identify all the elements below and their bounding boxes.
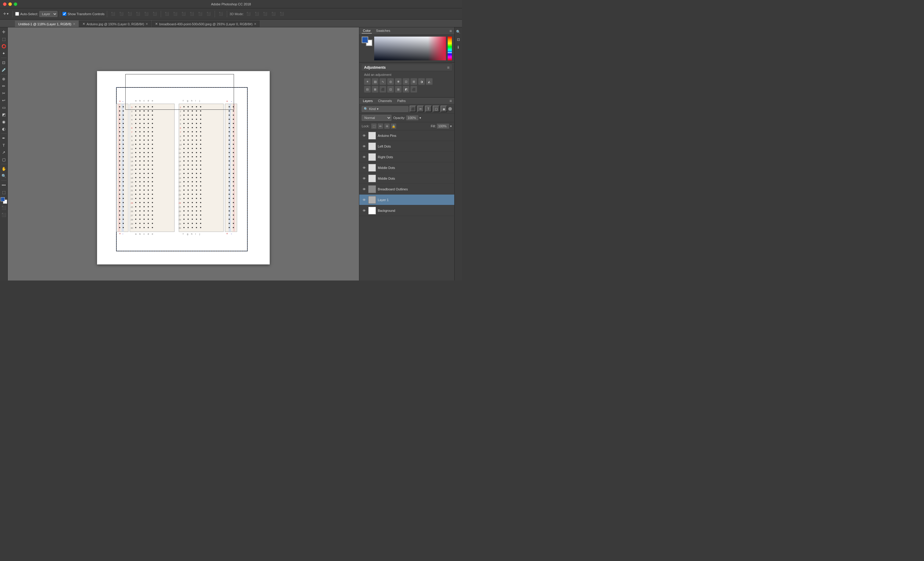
- color-panel-menu[interactable]: ≡: [450, 28, 452, 33]
- brush-tool[interactable]: ✏: [1, 83, 7, 89]
- blend-mode-dropdown[interactable]: Normal Dissolve Multiply Screen Overlay: [362, 115, 392, 121]
- pen-tool[interactable]: ✒: [1, 135, 7, 141]
- layer-vis-middle-dots-1[interactable]: 👁: [362, 165, 366, 170]
- adj-photofilter[interactable]: ◭: [426, 78, 432, 85]
- wand-tool[interactable]: ✦: [1, 50, 7, 57]
- layer-vis-arduino-pins[interactable]: 👁: [362, 133, 366, 138]
- marquee-tool[interactable]: ⬚: [1, 36, 7, 42]
- color-swatches[interactable]: [1, 197, 7, 204]
- distribute-center-v-button[interactable]: ⬛: [197, 11, 204, 16]
- eyedropper-tool[interactable]: 💉: [1, 66, 7, 73]
- tab-breadboard[interactable]: ✕ breadboard-400-point-500x500.jpeg @ 29…: [152, 21, 260, 27]
- tab-untitled-close[interactable]: ✕: [73, 22, 75, 25]
- lock-artboard[interactable]: ✛: [384, 123, 390, 129]
- path-select-tool[interactable]: ↗: [1, 149, 7, 156]
- align-center-h-button[interactable]: ⬛: [118, 11, 125, 16]
- 3d-button-5[interactable]: ⬛: [278, 11, 285, 16]
- shape-tool[interactable]: ▢: [1, 156, 7, 163]
- adj-selectivecolor[interactable]: ⬛: [411, 86, 417, 93]
- adj-bw[interactable]: ◑: [418, 78, 425, 85]
- show-transform-checkbox[interactable]: [63, 12, 66, 16]
- align-top-button[interactable]: ⬛: [135, 11, 142, 16]
- align-right-button[interactable]: ⬛: [126, 11, 134, 16]
- layer-filter-smart[interactable]: ◉: [441, 106, 447, 112]
- tab-arduino-close[interactable]: ✕: [146, 22, 148, 25]
- layer-vis-middle-dots-2[interactable]: 👁: [362, 176, 366, 181]
- distribute-bottom-button[interactable]: ⬛: [205, 11, 212, 16]
- layer-filter-adjust[interactable]: ✏: [417, 106, 424, 112]
- minimize-button[interactable]: [8, 2, 12, 6]
- distribute-center-h-button[interactable]: ⬛: [172, 11, 179, 16]
- lasso-tool[interactable]: ⭕: [1, 43, 7, 49]
- layer-vis-breadboard-outlines[interactable]: 👁: [362, 187, 366, 191]
- tab-paths[interactable]: Paths: [396, 99, 407, 103]
- layer-vis-background[interactable]: 👁: [362, 208, 366, 213]
- align-center-v-button[interactable]: ⬛: [143, 11, 150, 16]
- layer-item-breadboard-outlines[interactable]: 👁 Breadboard Outlines: [359, 184, 454, 194]
- tab-layers[interactable]: Layers: [362, 99, 374, 103]
- layer-item-middle-dots-1[interactable]: 👁 Middle Dots: [359, 162, 454, 173]
- adj-brightness[interactable]: ☀: [364, 78, 370, 85]
- adj-invert[interactable]: ⬛: [380, 86, 386, 93]
- auto-align-button[interactable]: ⬛: [217, 11, 225, 16]
- tab-untitled[interactable]: Untitled-1 @ 118% (Layer 1, RGB/8) ✕: [15, 21, 79, 27]
- layer-item-layer1[interactable]: 👁 Layer 1: [359, 194, 454, 205]
- adj-hsl[interactable]: ⊡: [403, 78, 409, 85]
- blur-tool[interactable]: ◉: [1, 118, 7, 125]
- color-saturation-field[interactable]: [374, 37, 446, 60]
- distribute-right-button[interactable]: ⬛: [180, 11, 187, 16]
- crop-tool[interactable]: ⊡: [1, 59, 7, 66]
- screen-mode[interactable]: ⬛: [1, 204, 7, 211]
- distribute-left-button[interactable]: ⬛: [164, 11, 171, 16]
- gradient-tool[interactable]: ◩: [1, 111, 7, 118]
- hand-tool[interactable]: ✋: [1, 165, 7, 172]
- layer-item-arduino-pins[interactable]: 👁 Arduino Pins: [359, 130, 454, 141]
- extra-tool-1[interactable]: ⬚: [1, 189, 7, 195]
- search-right-button[interactable]: 🔍: [455, 28, 462, 35]
- lock-pixels[interactable]: ⬚: [371, 123, 376, 129]
- foreground-swatch[interactable]: [362, 37, 368, 43]
- 3d-button-4[interactable]: ⬛: [270, 11, 277, 16]
- layer-item-left-dots[interactable]: 👁 Left Dots: [359, 141, 454, 152]
- close-button[interactable]: [3, 2, 6, 6]
- adj-levels[interactable]: ▤: [372, 78, 378, 85]
- layer-item-right-dots[interactable]: 👁 Right Dots: [359, 152, 454, 162]
- adj-curves[interactable]: ∿: [380, 78, 386, 85]
- layer-vis-layer1[interactable]: 👁: [362, 197, 366, 202]
- 3d-button-3[interactable]: ⬛: [262, 11, 269, 16]
- tab-breadboard-close[interactable]: ✕: [254, 22, 256, 25]
- layer-filter-toggle[interactable]: [448, 107, 452, 111]
- lock-position[interactable]: ✏: [378, 123, 383, 129]
- layer-item-middle-dots-2[interactable]: 👁 Middle Dots: [359, 173, 454, 184]
- adj-exposure[interactable]: ◎: [387, 78, 394, 85]
- healing-tool[interactable]: ⊕: [1, 76, 7, 82]
- adj-colorlookup[interactable]: ⊠: [372, 86, 378, 93]
- align-left-button[interactable]: ⬛: [110, 11, 117, 16]
- layers-panel-menu[interactable]: ≡: [450, 99, 452, 103]
- adj-gradientmap[interactable]: ◩: [403, 86, 409, 93]
- window-controls[interactable]: [3, 2, 17, 6]
- fg-bg-swatches[interactable]: [362, 37, 372, 46]
- 3d-button-2[interactable]: ⬛: [254, 11, 261, 16]
- tab-swatches[interactable]: Swatches: [375, 28, 392, 34]
- auto-select-dropdown[interactable]: Layer Group: [39, 11, 57, 17]
- adj-vibrance[interactable]: ❋: [395, 78, 402, 85]
- layer-item-background[interactable]: 👁 Background: [359, 205, 454, 216]
- distribute-top-button[interactable]: ⬛: [188, 11, 196, 16]
- eraser-tool[interactable]: ▭: [1, 104, 7, 111]
- opacity-input[interactable]: [406, 115, 418, 120]
- layer-filter-pixel[interactable]: ⬛: [410, 106, 416, 112]
- adj-threshold[interactable]: ⊞: [395, 86, 402, 93]
- layer-vis-right-dots[interactable]: 👁: [362, 155, 366, 159]
- zoom-tool[interactable]: 🔍: [1, 172, 7, 179]
- adjustments-menu[interactable]: ≡: [447, 65, 450, 70]
- canvas-area[interactable]: a b c d e f g h i j + - + -: [8, 27, 359, 280]
- layer-filter-text[interactable]: T: [425, 106, 432, 112]
- panel-info-button[interactable]: ℹ: [455, 44, 462, 51]
- maximize-button[interactable]: [14, 2, 17, 6]
- layer-vis-left-dots[interactable]: 👁: [362, 144, 366, 149]
- more-tools[interactable]: •••: [1, 182, 7, 188]
- move-tool-lt[interactable]: ✛: [1, 28, 7, 35]
- clone-tool[interactable]: ✂: [1, 90, 7, 96]
- adj-colorbalance[interactable]: ⊞: [411, 78, 417, 85]
